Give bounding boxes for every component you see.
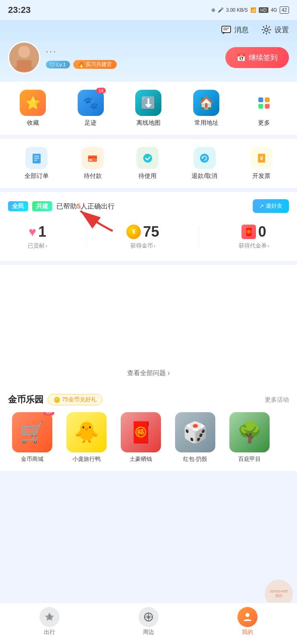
svg-point-5 bbox=[18, 46, 30, 58]
header-section: 消息 设置 bbox=[0, 20, 297, 82]
signal-icon: 4G bbox=[271, 7, 277, 13]
faq-section: 查看全部问题 › bbox=[0, 265, 297, 386]
view-all-questions[interactable]: 查看全部问题 › bbox=[127, 369, 170, 378]
offline-map-label: 离线地图 bbox=[136, 119, 161, 127]
coin-park-scratch-icon: 🧧 bbox=[121, 412, 161, 452]
settings-icon bbox=[261, 24, 272, 35]
community-title: 全民 共建 已帮助5人正确出行 bbox=[8, 201, 115, 211]
status-bar: 23:23 ⊕ 🎤 3.00 KB/S 📶 HD 4G 42 bbox=[0, 0, 297, 20]
chevron-icon-3: › bbox=[268, 243, 269, 249]
check-in-button[interactable]: 📅 继续签到 bbox=[225, 47, 289, 68]
order-all-icon bbox=[25, 147, 47, 169]
coin-park-title: 金币乐园 🪙 75金币兑好礼 bbox=[8, 394, 103, 406]
shop-badge: 99+ bbox=[43, 412, 54, 415]
bottom-nav: 出行 周边 我的 bbox=[0, 603, 297, 644]
role-badge: 🔥 实习共建官 bbox=[73, 60, 117, 69]
community-header: 全民 共建 已帮助5人正确出行 ↗ 邀好友 bbox=[8, 199, 289, 213]
quick-action-more[interactable]: 更多 bbox=[251, 90, 277, 127]
coin-park-tree-label: 百庇甲目 bbox=[238, 456, 261, 463]
avatar[interactable] bbox=[8, 41, 40, 74]
order-invoice[interactable]: ¥ 开发票 bbox=[250, 147, 272, 180]
coin-park-shop-icon: 🛒 99+ bbox=[12, 412, 52, 452]
coin-park-shop[interactable]: 🛒 99+ 金币商城 bbox=[8, 412, 56, 463]
coin-park-dice-label: 红包·扔骰 bbox=[183, 456, 207, 463]
stat-vouchers[interactable]: 🧧 0 获得代金券 › bbox=[239, 223, 269, 250]
message-label: 消息 bbox=[234, 25, 249, 35]
coin-park-tree-icon: 🌳 bbox=[229, 412, 270, 452]
nav-nearby-label: 周边 bbox=[143, 629, 154, 636]
offline-map-icon: ⬇️ bbox=[135, 90, 161, 116]
stat-contributed[interactable]: ♥ 1 已贡献 › bbox=[28, 223, 47, 250]
stat-contributed-label: 已贡献 › bbox=[28, 242, 47, 250]
quick-action-offline-map[interactable]: ⬇️ 离线地图 bbox=[135, 90, 161, 127]
hd-icon: HD bbox=[259, 7, 268, 13]
coin-park-dice[interactable]: 🎲 红包·扔骰 bbox=[171, 412, 219, 463]
coin-park-tree[interactable]: 🌳 百庇甲目 bbox=[225, 412, 274, 463]
stat-divider-1 bbox=[87, 227, 87, 247]
quick-action-favorites[interactable]: ⭐ 收藏 bbox=[20, 90, 46, 127]
order-to-use-icon bbox=[136, 147, 159, 169]
svg-point-3 bbox=[265, 28, 268, 31]
stat-vouchers-label: 获得代金券 › bbox=[239, 242, 269, 250]
message-icon bbox=[221, 24, 232, 35]
username: ··· bbox=[46, 46, 117, 57]
svg-text:¥: ¥ bbox=[260, 155, 263, 161]
address-icon: 🏠 bbox=[193, 90, 219, 116]
stat-coins[interactable]: ¥ 75 获得金币 › bbox=[126, 223, 159, 250]
message-button[interactable]: 消息 bbox=[221, 24, 249, 35]
invite-icon: ↗ bbox=[259, 203, 264, 209]
network-speed: 3.00 KB/S bbox=[226, 7, 248, 13]
order-all-label: 全部订单 bbox=[25, 172, 49, 180]
svg-point-16 bbox=[200, 154, 209, 163]
order-invoice-label: 开发票 bbox=[252, 172, 270, 180]
svg-rect-8 bbox=[33, 154, 41, 163]
order-to-use[interactable]: 待使用 bbox=[136, 147, 159, 180]
coin-park-items: 🛒 99+ 金币商城 🐥 小庞旅行鸭 🧧 土豪晒钱 🎲 红包·扔骰 🌳 百庇甲目 bbox=[8, 412, 289, 463]
bottom-spacer bbox=[0, 471, 297, 511]
svg-rect-0 bbox=[222, 26, 231, 33]
invite-button[interactable]: ↗ 邀好友 bbox=[253, 199, 289, 213]
footprints-icon: 🐾 14 bbox=[78, 90, 104, 116]
quick-action-address[interactable]: 🏠 常用地址 bbox=[193, 90, 219, 127]
quick-action-footprints[interactable]: 🐾 14 足迹 bbox=[78, 90, 104, 127]
order-refund-label: 退款/取消 bbox=[192, 172, 217, 180]
order-refund[interactable]: 退款/取消 bbox=[192, 147, 217, 180]
nav-nearby-icon bbox=[138, 607, 159, 627]
order-invoice-icon: ¥ bbox=[250, 147, 272, 169]
order-to-use-label: 待使用 bbox=[138, 172, 157, 180]
coin-park-title-text: 金币乐园 bbox=[8, 394, 43, 406]
more-activities-link[interactable]: 更多活动 bbox=[265, 396, 289, 404]
order-all[interactable]: 全部订单 bbox=[25, 147, 49, 180]
favorites-icon: ⭐ bbox=[20, 90, 46, 116]
stat-vouchers-value: 🧧 0 bbox=[241, 223, 266, 240]
order-pending-pay-icon bbox=[82, 147, 104, 169]
settings-label: 设置 bbox=[274, 25, 289, 35]
settings-button[interactable]: 设置 bbox=[261, 24, 289, 35]
shield-icon: 🛡 bbox=[50, 62, 55, 68]
chevron-icon: › bbox=[45, 243, 47, 249]
coin-badge-icon: 🪙 bbox=[54, 396, 60, 403]
coin-park-shop-label: 金币商城 bbox=[21, 456, 43, 463]
user-profile-row: ··· 🛡 Lv.1 🔥 实习共建官 📅 继续签到 bbox=[8, 41, 289, 74]
footprints-badge: 14 bbox=[96, 88, 106, 93]
nav-travel[interactable]: 出行 bbox=[33, 607, 66, 636]
level-badge: 🛡 Lv.1 bbox=[46, 61, 70, 68]
calendar-icon: 📅 bbox=[237, 53, 245, 62]
user-info: ··· 🛡 Lv.1 🔥 实习共建官 bbox=[46, 46, 117, 69]
coin-park-duck[interactable]: 🐥 小庞旅行鸭 bbox=[62, 412, 111, 463]
stat-coins-label: 获得金币 › bbox=[130, 242, 155, 250]
order-pending-pay[interactable]: 待付款 bbox=[82, 147, 104, 180]
user-left: ··· 🛡 Lv.1 🔥 实习共建官 bbox=[8, 41, 117, 74]
coin-park-duck-icon: 🐥 bbox=[66, 412, 107, 452]
order-refund-icon bbox=[194, 147, 216, 169]
wifi-icon: 📶 bbox=[250, 7, 256, 13]
nav-nearby[interactable]: 周边 bbox=[132, 607, 165, 636]
order-section: 全部订单 待付款 待使用 退款/取消 bbox=[0, 139, 297, 188]
svg-rect-7 bbox=[17, 60, 32, 71]
coin-park-scratch[interactable]: 🧧 土豪晒钱 bbox=[117, 412, 165, 463]
address-label: 常用地址 bbox=[194, 119, 219, 127]
nav-mine[interactable]: 我的 bbox=[231, 607, 264, 636]
top-actions: 消息 设置 bbox=[8, 24, 289, 35]
mic-icon: 🎤 bbox=[218, 7, 224, 13]
coin-park-duck-label: 小庞旅行鸭 bbox=[72, 456, 101, 463]
